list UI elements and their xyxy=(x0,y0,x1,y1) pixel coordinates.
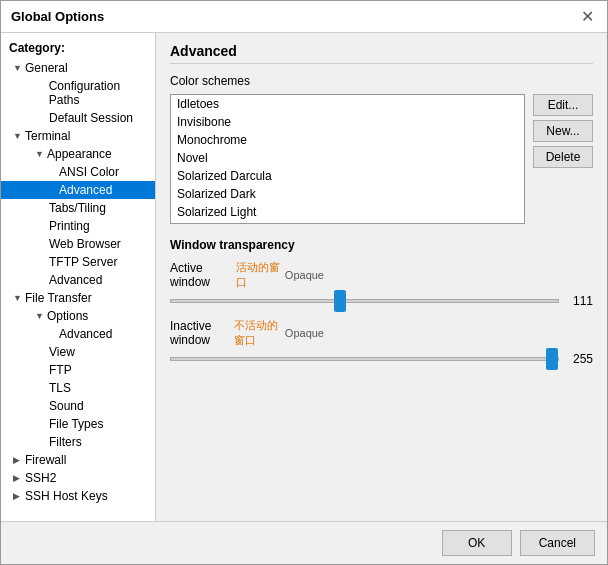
inactive-opaque-label: Opaque xyxy=(284,327,324,339)
color-list-item[interactable]: Idletoes xyxy=(171,95,524,113)
sidebar-label-appearance: Appearance xyxy=(47,147,112,161)
color-scheme-list[interactable]: IdletoesInvisiboneMonochromeNovelSolariz… xyxy=(170,94,525,224)
cancel-button[interactable]: Cancel xyxy=(520,530,595,556)
sidebar-label-general: General xyxy=(25,61,68,75)
inactive-window-slider[interactable] xyxy=(170,357,559,361)
sidebar-label-printing: Printing xyxy=(49,219,90,233)
sidebar-item-tabs-tiling[interactable]: Tabs/Tiling xyxy=(1,199,155,217)
sidebar-item-web-browser[interactable]: Web Browser xyxy=(1,235,155,253)
sidebar-label-ssh-host-keys: SSH Host Keys xyxy=(25,489,108,503)
sidebar-label-options: Options xyxy=(47,309,88,323)
active-slider-row: 111 xyxy=(170,294,593,308)
inactive-window-value: 255 xyxy=(563,352,593,366)
sidebar-item-terminal[interactable]: ▼Terminal xyxy=(1,127,155,145)
color-buttons: Edit... New... Delete xyxy=(533,94,593,224)
sidebar-item-file-transfer[interactable]: ▼File Transfer xyxy=(1,289,155,307)
sidebar-label-file-transfer: File Transfer xyxy=(25,291,92,305)
dialog-title: Global Options xyxy=(11,9,104,24)
sidebar-item-config-paths[interactable]: Configuration Paths xyxy=(1,77,155,109)
inactive-window-chinese: 不活动的窗口 xyxy=(234,318,280,348)
sidebar-item-ansi-color[interactable]: ANSI Color xyxy=(1,163,155,181)
color-list-item[interactable]: Tomorrow xyxy=(171,221,524,224)
category-label: Category: xyxy=(1,37,155,59)
sidebar-label-advanced2: Advanced xyxy=(49,273,102,287)
edit-button[interactable]: Edit... xyxy=(533,94,593,116)
tree-arrow-firewall: ▶ xyxy=(13,455,23,465)
sidebar: Category: ▼GeneralConfiguration PathsDef… xyxy=(1,33,156,521)
color-list-item[interactable]: Solarized Darcula xyxy=(171,167,524,185)
sidebar-item-firewall[interactable]: ▶Firewall xyxy=(1,451,155,469)
tree-arrow-ssh2: ▶ xyxy=(13,473,23,483)
tree-container: ▼GeneralConfiguration PathsDefault Sessi… xyxy=(1,59,155,505)
sidebar-item-advanced2[interactable]: Advanced xyxy=(1,271,155,289)
sidebar-label-advanced-terminal: Advanced xyxy=(59,183,112,197)
color-list-item[interactable]: Invisibone xyxy=(171,113,524,131)
transparency-label: Window transparency xyxy=(170,238,593,252)
sidebar-item-tls[interactable]: TLS xyxy=(1,379,155,397)
section-title: Advanced xyxy=(170,43,593,64)
sidebar-item-advanced-ft[interactable]: Advanced xyxy=(1,325,155,343)
active-window-value: 111 xyxy=(563,294,593,308)
ok-button[interactable]: OK xyxy=(442,530,512,556)
sidebar-label-tls: TLS xyxy=(49,381,71,395)
sidebar-label-firewall: Firewall xyxy=(25,453,66,467)
sidebar-label-sound: Sound xyxy=(49,399,84,413)
sidebar-item-sound[interactable]: Sound xyxy=(1,397,155,415)
color-list-item[interactable]: Solarized Dark xyxy=(171,185,524,203)
sidebar-item-view[interactable]: View xyxy=(1,343,155,361)
sidebar-item-general[interactable]: ▼General xyxy=(1,59,155,77)
color-list-item[interactable]: Monochrome xyxy=(171,131,524,149)
active-window-chinese: 活动的窗口 xyxy=(236,260,281,290)
sidebar-item-ssh2[interactable]: ▶SSH2 xyxy=(1,469,155,487)
sidebar-label-ftp: FTP xyxy=(49,363,72,377)
new-button[interactable]: New... xyxy=(533,120,593,142)
close-button[interactable]: ✕ xyxy=(577,7,597,27)
sidebar-label-ansi-color: ANSI Color xyxy=(59,165,119,179)
sidebar-item-ftp[interactable]: FTP xyxy=(1,361,155,379)
main-panel: Advanced Color schemes IdletoesInvisibon… xyxy=(156,33,607,521)
sidebar-item-default-session[interactable]: Default Session xyxy=(1,109,155,127)
sidebar-item-tftp-server[interactable]: TFTP Server xyxy=(1,253,155,271)
sidebar-item-options[interactable]: ▼Options xyxy=(1,307,155,325)
sidebar-item-appearance[interactable]: ▼Appearance xyxy=(1,145,155,163)
sidebar-item-filters[interactable]: Filters xyxy=(1,433,155,451)
inactive-window-row: Inactive window 不活动的窗口 Opaque xyxy=(170,318,593,348)
sidebar-label-ssh2: SSH2 xyxy=(25,471,56,485)
sidebar-label-config-paths: Configuration Paths xyxy=(49,79,151,107)
active-window-label: Active window 活动的窗口 xyxy=(170,260,280,290)
global-options-dialog: Global Options ✕ Category: ▼GeneralConfi… xyxy=(0,0,608,565)
transparency-section: Window transparency Active window 活动的窗口 … xyxy=(170,238,593,366)
sidebar-label-web-browser: Web Browser xyxy=(49,237,121,251)
sidebar-item-file-types[interactable]: File Types xyxy=(1,415,155,433)
sidebar-label-file-types: File Types xyxy=(49,417,103,431)
tree-arrow-ssh-host-keys: ▶ xyxy=(13,491,23,501)
sidebar-item-advanced-terminal[interactable]: Advanced xyxy=(1,181,155,199)
sidebar-label-tftp-server: TFTP Server xyxy=(49,255,117,269)
tree-arrow-options: ▼ xyxy=(35,311,45,321)
color-list-item[interactable]: Novel xyxy=(171,149,524,167)
color-list-item[interactable]: Solarized Light xyxy=(171,203,524,221)
active-opaque-label: Opaque xyxy=(284,269,324,281)
sidebar-label-tabs-tiling: Tabs/Tiling xyxy=(49,201,106,215)
delete-button[interactable]: Delete xyxy=(533,146,593,168)
inactive-slider-row: 255 xyxy=(170,352,593,366)
title-bar: Global Options ✕ xyxy=(1,1,607,33)
dialog-footer: OK Cancel xyxy=(1,521,607,564)
sidebar-label-default-session: Default Session xyxy=(49,111,133,125)
sidebar-label-advanced-ft: Advanced xyxy=(59,327,112,341)
sidebar-item-printing[interactable]: Printing xyxy=(1,217,155,235)
color-scheme-container: IdletoesInvisiboneMonochromeNovelSolariz… xyxy=(170,94,593,224)
sidebar-label-filters: Filters xyxy=(49,435,82,449)
sidebar-item-ssh-host-keys[interactable]: ▶SSH Host Keys xyxy=(1,487,155,505)
sidebar-label-view: View xyxy=(49,345,75,359)
tree-arrow-appearance: ▼ xyxy=(35,149,45,159)
active-window-row: Active window 活动的窗口 Opaque xyxy=(170,260,593,290)
tree-arrow-file-transfer: ▼ xyxy=(13,293,23,303)
active-window-slider[interactable] xyxy=(170,299,559,303)
sidebar-label-terminal: Terminal xyxy=(25,129,70,143)
tree-arrow-general: ▼ xyxy=(13,63,23,73)
color-schemes-label: Color schemes xyxy=(170,74,593,88)
inactive-window-label: Inactive window 不活动的窗口 xyxy=(170,318,280,348)
dialog-body: Category: ▼GeneralConfiguration PathsDef… xyxy=(1,33,607,521)
tree-arrow-terminal: ▼ xyxy=(13,131,23,141)
